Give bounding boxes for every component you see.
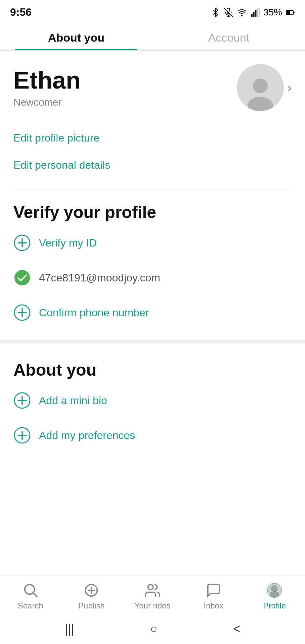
verify-id-label: Verify my ID (39, 237, 97, 249)
nav-inbox[interactable]: Inbox (183, 582, 244, 610)
profile-avatar-area[interactable]: › (237, 64, 292, 111)
svg-rect-11 (287, 11, 290, 14)
profile-header: Ethan Newcomer › (0, 51, 305, 121)
svg-point-17 (14, 270, 30, 285)
verify-id-item[interactable]: Verify my ID (13, 225, 292, 260)
svg-point-34 (271, 586, 277, 592)
edit-personal-details-link[interactable]: Edit personal details (13, 152, 292, 179)
profile-avatar-nav (267, 583, 282, 598)
add-circle-icon-bio (13, 392, 31, 409)
about-you-title: About you (13, 360, 292, 380)
nav-profile-label: Profile (263, 601, 286, 610)
verify-section-title: Verify your profile (13, 203, 292, 222)
svg-rect-5 (253, 12, 255, 16)
android-back-btn[interactable]: < (233, 622, 240, 636)
tab-account[interactable]: Account (152, 22, 305, 50)
android-home-btn[interactable]: ○ (150, 622, 158, 636)
profile-nav-icon (266, 582, 283, 599)
publish-icon (83, 582, 100, 599)
preferences-label: Add my preferences (39, 429, 135, 442)
svg-point-35 (270, 592, 279, 598)
android-menu-btn[interactable]: ||| (65, 622, 74, 636)
bluetooth-icon (211, 8, 220, 17)
mini-bio-label: Add a mini bio (39, 394, 107, 407)
svg-point-32 (148, 585, 153, 590)
status-time: 9:56 (10, 6, 32, 18)
profile-subtitle: Newcomer (13, 97, 81, 108)
nav-search-label: Search (18, 601, 43, 610)
mute-icon (224, 8, 233, 17)
add-circle-icon-phone (13, 304, 31, 321)
links-section: Edit profile picture Edit personal detai… (0, 121, 305, 189)
verify-section: Verify your profile Verify my ID 47ce819… (0, 189, 305, 337)
battery-percent: 35% (263, 7, 282, 18)
nav-profile[interactable]: Profile (244, 582, 305, 610)
about-you-section: About you Add a mini bio Add my (0, 347, 305, 460)
svg-point-13 (248, 97, 273, 111)
edit-profile-picture-link[interactable]: Edit profile picture (13, 124, 292, 152)
svg-point-3 (242, 15, 242, 16)
svg-rect-6 (255, 10, 257, 17)
verify-phone-item[interactable]: Confirm phone number (13, 295, 292, 330)
avatar-svg (244, 74, 277, 111)
svg-rect-8 (259, 8, 260, 17)
verify-email-label: 47ce8191@moodjoy.com (39, 272, 160, 284)
nav-publish[interactable]: Publish (61, 582, 122, 610)
thick-divider (0, 340, 305, 343)
top-tabs: About you Account (0, 22, 305, 51)
nav-inbox-label: Inbox (204, 601, 223, 610)
avatar[interactable] (237, 64, 284, 111)
nav-rides-label: Your rides (134, 601, 170, 610)
add-circle-icon-prefs (13, 427, 31, 444)
svg-line-28 (33, 593, 37, 597)
profile-chevron-icon[interactable]: › (287, 80, 292, 95)
check-circle-icon-email (13, 269, 31, 286)
nav-search[interactable]: Search (0, 582, 61, 610)
bottom-nav-wrapper: Search Publish (0, 575, 305, 614)
profile-name-area: Ethan Newcomer (13, 67, 81, 108)
add-mini-bio-item[interactable]: Add a mini bio (13, 383, 292, 418)
nav-rides[interactable]: Your rides (122, 582, 183, 610)
status-bar: 9:56 (0, 0, 305, 22)
add-preferences-item[interactable]: Add my preferences (13, 418, 292, 453)
nav-publish-label: Publish (78, 601, 105, 610)
add-circle-icon-id (13, 234, 31, 252)
profile-name: Ethan (13, 67, 81, 94)
rides-icon (144, 582, 161, 599)
svg-rect-7 (257, 8, 259, 17)
wifi-icon (236, 8, 247, 17)
status-icons: 35% (211, 7, 295, 18)
battery-icon (286, 8, 295, 17)
search-icon (22, 582, 39, 599)
svg-point-12 (253, 78, 268, 93)
android-nav: ||| ○ < (0, 614, 305, 644)
signal-icon (251, 8, 260, 17)
inbox-icon (205, 582, 222, 599)
tab-about-you[interactable]: About you (0, 22, 152, 50)
svg-rect-4 (251, 14, 253, 16)
verify-email-item: 47ce8191@moodjoy.com (13, 260, 292, 295)
verify-phone-label: Confirm phone number (39, 307, 149, 319)
